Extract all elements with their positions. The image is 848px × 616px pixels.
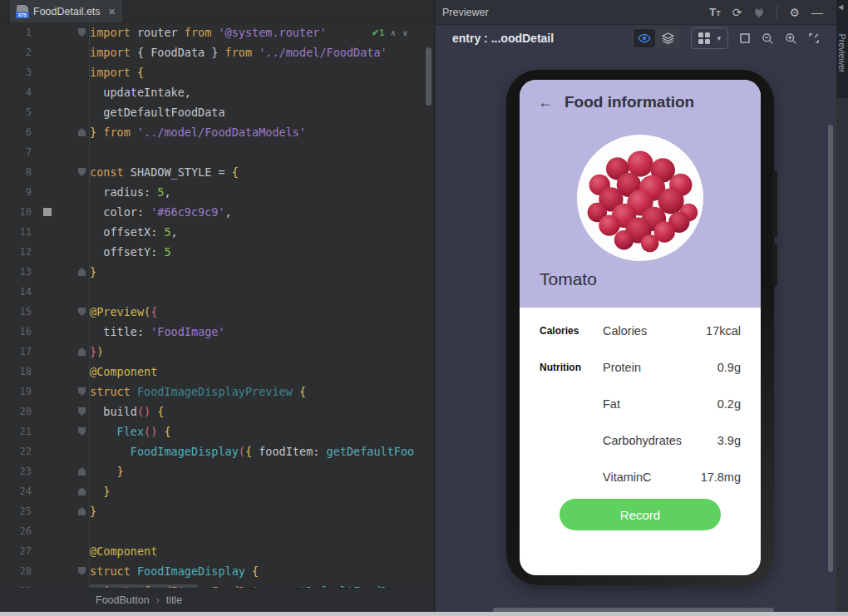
- code-line[interactable]: 18@Component: [0, 362, 434, 382]
- line-number[interactable]: 21: [0, 421, 32, 441]
- tab-close-icon[interactable]: ×: [109, 5, 116, 18]
- code-line[interactable]: 4 updateIntake,: [0, 82, 434, 102]
- prev-error-icon[interactable]: ∧: [390, 28, 396, 37]
- inspect-eye-icon[interactable]: [634, 29, 655, 47]
- line-number[interactable]: 17: [0, 342, 32, 362]
- line-number[interactable]: 25: [0, 501, 32, 521]
- fold-marker-icon[interactable]: [78, 128, 86, 136]
- fold-marker-icon[interactable]: [78, 407, 86, 416]
- minimize-icon[interactable]: —: [811, 7, 823, 18]
- line-number[interactable]: 7: [0, 142, 32, 162]
- layers-icon[interactable]: [657, 29, 678, 47]
- code-line[interactable]: 13}: [0, 262, 434, 282]
- fold-marker-icon[interactable]: [78, 387, 86, 396]
- code-line[interactable]: 15@Preview({: [0, 302, 434, 322]
- fold-marker-icon[interactable]: [78, 268, 86, 276]
- code-line[interactable]: 21 Flex() {: [0, 421, 434, 441]
- fold-marker-icon[interactable]: [78, 487, 86, 495]
- zoom-in-icon[interactable]: [785, 32, 797, 45]
- code-line[interactable]: 17}): [0, 342, 434, 362]
- line-number[interactable]: 5: [0, 102, 32, 122]
- record-button[interactable]: Record: [560, 499, 721, 530]
- previewer-subbar: entry : ...oodDetail ▾: [436, 25, 836, 52]
- line-number[interactable]: 18: [0, 362, 32, 382]
- fold-marker-icon[interactable]: [78, 28, 86, 37]
- code-line[interactable]: 25}: [0, 501, 434, 521]
- fold-marker-icon[interactable]: [78, 347, 86, 356]
- next-error-icon[interactable]: ∨: [402, 28, 408, 37]
- component-grid-selector[interactable]: ▾: [691, 27, 728, 49]
- line-number[interactable]: 12: [0, 242, 32, 262]
- code-line[interactable]: 26: [0, 521, 434, 541]
- code-line[interactable]: 6} from '../model/FoodDataModels': [0, 122, 434, 142]
- chevron-down-icon: ▾: [717, 34, 721, 42]
- line-number[interactable]: 14: [0, 282, 32, 302]
- code-line[interactable]: 7: [0, 142, 434, 162]
- fold-marker-icon[interactable]: [78, 427, 86, 436]
- back-arrow-icon[interactable]: ←: [538, 94, 553, 111]
- code-line[interactable]: 28struct FoodImageDisplay {: [0, 561, 434, 581]
- refresh-icon[interactable]: ⟳: [732, 7, 742, 18]
- plugin-icon[interactable]: [753, 7, 765, 18]
- code-line[interactable]: 20 build() {: [0, 402, 434, 421]
- code-line[interactable]: 3import {: [0, 62, 434, 82]
- line-number[interactable]: 26: [0, 521, 32, 541]
- fold-marker-icon[interactable]: [78, 308, 86, 316]
- code-line[interactable]: 24 }: [0, 481, 434, 501]
- fold-marker-icon[interactable]: [78, 567, 86, 575]
- color-swatch[interactable]: [43, 208, 52, 216]
- code-line[interactable]: 5 getDefaultFoodData: [0, 102, 434, 122]
- line-number[interactable]: 16: [0, 322, 32, 342]
- code-line[interactable]: 9 radius: 5,: [0, 182, 434, 202]
- inspection-widget[interactable]: ✔1 ∧ ∨: [372, 24, 408, 41]
- code-line[interactable]: 29private foodItem: FoodData = getDefaul…: [0, 581, 434, 588]
- fold-marker-icon[interactable]: [78, 507, 86, 515]
- line-number[interactable]: 27: [0, 541, 32, 561]
- code-line[interactable]: 8const SHADOW_STYLE = {: [0, 162, 434, 182]
- preview-canvas[interactable]: ← Food information: [436, 52, 836, 612]
- line-number[interactable]: 1: [0, 22, 32, 42]
- breadcrumb-item[interactable]: FoodButton: [96, 594, 150, 606]
- fit-screen-icon[interactable]: [808, 32, 820, 44]
- line-number[interactable]: 15: [0, 302, 32, 322]
- code-line[interactable]: 16 title: 'FoodImage': [0, 322, 434, 342]
- tab-fooddetail[interactable]: FoodDetail.ets ×: [10, 0, 122, 22]
- code-line[interactable]: 1import router from '@system.router': [0, 22, 434, 42]
- code-line[interactable]: 2import { FoodData } from '../model/Food…: [0, 42, 434, 62]
- code-line[interactable]: 23 }: [0, 461, 434, 481]
- line-number[interactable]: 8: [0, 162, 32, 182]
- line-number[interactable]: 4: [0, 82, 32, 102]
- canvas-vertical-scrollbar[interactable]: [828, 125, 833, 572]
- line-number[interactable]: 22: [0, 441, 32, 461]
- breadcrumb-item[interactable]: title: [166, 594, 182, 606]
- line-number[interactable]: 28: [0, 561, 32, 581]
- code-line[interactable]: 12 offsetY: 5: [0, 242, 434, 262]
- code-line[interactable]: 19struct FoodImageDisplayPreview {: [0, 382, 434, 402]
- line-number[interactable]: 3: [0, 62, 32, 82]
- zoom-out-icon[interactable]: [762, 32, 774, 45]
- line-number[interactable]: 20: [0, 402, 32, 421]
- line-number[interactable]: 19: [0, 382, 32, 402]
- line-number[interactable]: 2: [0, 42, 32, 62]
- fold-marker-icon[interactable]: [78, 467, 86, 476]
- code-area[interactable]: 1import router from '@system.router'2imp…: [0, 22, 434, 588]
- code-line[interactable]: 11 offsetX: 5,: [0, 222, 434, 242]
- line-number[interactable]: 9: [0, 182, 32, 202]
- line-number[interactable]: 13: [0, 262, 32, 282]
- code-line[interactable]: 10 color: '#66c9c9c9',: [0, 202, 434, 222]
- code-line[interactable]: 22 FoodImageDisplay({ foodItem: getDefau…: [0, 441, 434, 461]
- frame-bounds-icon[interactable]: [739, 32, 751, 44]
- font-settings-icon[interactable]: TT: [709, 7, 720, 17]
- code-line[interactable]: 27@Component: [0, 541, 434, 561]
- fold-marker-icon[interactable]: [78, 168, 86, 176]
- line-number[interactable]: 10: [0, 202, 32, 222]
- line-number[interactable]: 23: [0, 461, 32, 481]
- code-line[interactable]: 14: [0, 282, 434, 302]
- editor-scrollbar[interactable]: [426, 47, 431, 106]
- line-number[interactable]: 24: [0, 481, 32, 501]
- line-number[interactable]: 29: [0, 581, 32, 588]
- line-number[interactable]: 11: [0, 222, 32, 242]
- previewer-side-tab[interactable]: ◀ Previewer: [836, 0, 848, 98]
- settings-gear-icon[interactable]: ⚙: [789, 7, 800, 18]
- line-number[interactable]: 6: [0, 122, 32, 142]
